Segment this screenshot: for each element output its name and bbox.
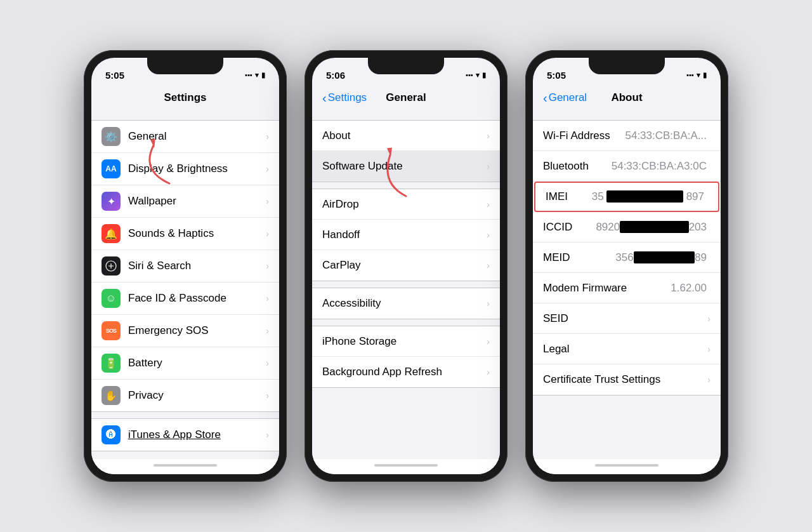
storage-label: iPhone Storage xyxy=(322,335,487,348)
carplay-chevron: › xyxy=(487,260,490,270)
list-group-general-3: Accessibility › xyxy=(312,288,500,319)
status-icons-3: ▪▪▪ ▾ ▮ xyxy=(686,71,707,79)
display-chevron: › xyxy=(266,164,269,174)
general-label: General xyxy=(128,130,266,143)
wallpaper-label: Wallpaper xyxy=(128,195,266,208)
nav-back-general[interactable]: ‹ General xyxy=(543,91,587,104)
general-icon: ⚙️ xyxy=(102,127,121,146)
nav-title-3: About xyxy=(611,91,642,104)
battery-icon-3: ▮ xyxy=(703,71,707,79)
battery-chevron: › xyxy=(266,358,269,368)
faceid-icon: ☺ xyxy=(102,289,121,308)
home-indicator-2 xyxy=(312,459,500,474)
modem-value: 1.62.00 xyxy=(671,282,707,295)
sounds-icon: 🔔 xyxy=(102,224,121,243)
notch-1 xyxy=(147,58,223,74)
handoff-chevron: › xyxy=(487,230,490,240)
general-item-about[interactable]: About › xyxy=(312,121,500,151)
notch-2 xyxy=(368,58,444,74)
software-label: Software Update xyxy=(322,160,487,173)
general-item-software[interactable]: Software Update › xyxy=(312,151,500,182)
home-bar-1 xyxy=(154,464,217,467)
settings-item-battery[interactable]: 🔋 Battery › xyxy=(91,347,279,380)
about-row-meid: MEID 356████████89 xyxy=(533,243,721,273)
accessibility-chevron: › xyxy=(487,298,490,309)
battery-icon-item: 🔋 xyxy=(102,354,121,373)
cert-label: Certificate Trust Settings xyxy=(543,373,707,386)
seid-chevron: › xyxy=(707,314,710,324)
sounds-chevron: › xyxy=(266,229,269,239)
settings-item-faceid[interactable]: ☺ Face ID & Passcode › xyxy=(91,283,279,315)
iccid-redacted: █████████ xyxy=(620,221,688,233)
itunes-chevron: › xyxy=(266,430,269,440)
general-item-storage[interactable]: iPhone Storage › xyxy=(312,326,500,357)
notch-3 xyxy=(589,58,665,74)
phone-3: 5:05 ▪▪▪ ▾ ▮ ‹ General About xyxy=(525,50,728,482)
status-icons-2: ▪▪▪ ▾ ▮ xyxy=(466,71,486,79)
display-label: Display & Brightness xyxy=(128,163,266,175)
refresh-label: Background App Refresh xyxy=(322,366,487,378)
itunes-label: iTunes & App Store xyxy=(128,429,266,441)
bluetooth-label: Bluetooth xyxy=(543,160,612,173)
settings-item-general[interactable]: ⚙️ General › xyxy=(91,121,279,153)
software-chevron: › xyxy=(487,161,490,171)
screen-2: 5:06 ▪▪▪ ▾ ▮ ‹ Settings General xyxy=(312,58,500,474)
accessibility-label: Accessibility xyxy=(322,297,487,310)
home-indicator-1 xyxy=(91,459,279,474)
settings-item-siri[interactable]: Siri & Search › xyxy=(91,250,279,283)
general-item-airdrop[interactable]: AirDrop › xyxy=(312,189,500,220)
status-time-3: 5:05 xyxy=(547,70,566,81)
general-item-handoff[interactable]: Handoff › xyxy=(312,220,500,250)
faceid-label: Face ID & Passcode xyxy=(128,292,266,305)
nav-back-settings[interactable]: ‹ Settings xyxy=(322,91,367,104)
settings-item-sos[interactable]: SOS Emergency SOS › xyxy=(91,315,279,347)
back-label-3: General xyxy=(549,91,587,104)
settings-item-sounds[interactable]: 🔔 Sounds & Haptics › xyxy=(91,218,279,250)
privacy-chevron: › xyxy=(266,390,269,401)
about-row-imei: IMEI 35 ██████████ 897 xyxy=(534,182,719,212)
iccid-label: ICCID xyxy=(543,221,596,234)
general-item-carplay[interactable]: CarPlay › xyxy=(312,250,500,281)
list-group-general-4: iPhone Storage › Background App Refresh … xyxy=(312,326,500,388)
settings-list-3[interactable]: Wi-Fi Address 54:33:CB:BA:A... Bluetooth… xyxy=(533,114,721,459)
signal-icon: ▪▪▪ xyxy=(245,71,252,79)
settings-item-display[interactable]: AA Display & Brightness › xyxy=(91,153,279,185)
about-row-wifi: Wi-Fi Address 54:33:CB:BA:A... xyxy=(533,121,721,151)
home-indicator-3 xyxy=(533,459,721,474)
bluetooth-value: 54:33:CB:BA:A3:0C xyxy=(612,160,707,173)
back-chevron-2: ‹ xyxy=(322,91,327,104)
wifi-address-value: 54:33:CB:BA:A... xyxy=(625,130,707,142)
iccid-value: 8920█████████203 xyxy=(596,221,707,234)
settings-item-privacy[interactable]: ✋ Privacy › xyxy=(91,380,279,411)
meid-value: 356████████89 xyxy=(615,251,707,264)
home-bar-3 xyxy=(595,464,658,467)
settings-list-1[interactable]: ⚙️ General › AA Display & Brightness › ✦… xyxy=(91,114,279,459)
general-item-accessibility[interactable]: Accessibility › xyxy=(312,288,500,319)
carplay-label: CarPlay xyxy=(322,259,487,272)
screen-3: 5:05 ▪▪▪ ▾ ▮ ‹ General About xyxy=(533,58,721,474)
nav-title-1: Settings xyxy=(164,91,206,104)
general-chevron: › xyxy=(266,131,269,142)
storage-chevron: › xyxy=(487,336,490,347)
about-row-cert[interactable]: Certificate Trust Settings › xyxy=(533,364,721,395)
about-row-legal[interactable]: Legal › xyxy=(533,334,721,364)
settings-list-2[interactable]: About › Software Update › AirDrop › xyxy=(312,114,500,459)
wallpaper-chevron: › xyxy=(266,196,269,206)
wifi-icon-2: ▾ xyxy=(476,71,480,79)
wifi-address-label: Wi-Fi Address xyxy=(543,130,625,142)
back-chevron-3: ‹ xyxy=(543,91,547,104)
settings-item-wallpaper[interactable]: ✦ Wallpaper › xyxy=(91,185,279,218)
home-bar-2 xyxy=(374,464,438,467)
settings-item-itunes[interactable]: 🅐 iTunes & App Store › xyxy=(91,419,279,451)
sos-chevron: › xyxy=(266,326,269,336)
signal-icon-3: ▪▪▪ xyxy=(686,71,694,79)
refresh-chevron: › xyxy=(487,367,490,377)
general-item-refresh[interactable]: Background App Refresh › xyxy=(312,357,500,387)
about-row-iccid: ICCID 8920█████████203 xyxy=(533,212,721,243)
meid-label: MEID xyxy=(543,251,615,264)
wallpaper-icon: ✦ xyxy=(102,192,121,211)
sos-label: Emergency SOS xyxy=(128,324,266,337)
about-row-seid[interactable]: SEID › xyxy=(533,303,721,334)
imei-redacted: ██████████ xyxy=(606,190,683,203)
phone-2: 5:06 ▪▪▪ ▾ ▮ ‹ Settings General xyxy=(304,50,508,482)
